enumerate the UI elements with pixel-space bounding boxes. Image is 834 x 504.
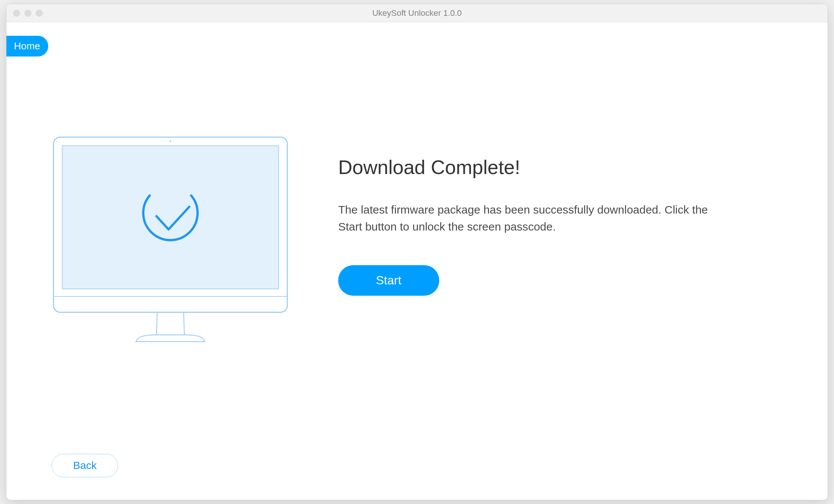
monitor-icon (52, 135, 289, 350)
page-heading: Download Complete! (338, 156, 715, 179)
svg-point-1 (170, 141, 171, 142)
main-area: Download Complete! The latest firmware p… (6, 22, 828, 351)
start-button[interactable]: Start (338, 265, 439, 296)
titlebar: UkeySoft Unlocker 1.0.0 (6, 4, 828, 22)
content-area: Home (6, 22, 828, 500)
right-content: Download Complete! The latest firmware p… (338, 135, 715, 351)
monitor-complete-illustration (52, 135, 289, 351)
home-button[interactable]: Home (6, 36, 48, 57)
window-title: UkeySoft Unlocker 1.0.0 (372, 8, 461, 18)
zoom-traffic-light[interactable] (36, 10, 43, 17)
app-window: UkeySoft Unlocker 1.0.0 Home (6, 4, 828, 500)
minimize-traffic-light[interactable] (25, 10, 31, 17)
close-traffic-light[interactable] (13, 10, 20, 17)
back-button[interactable]: Back (52, 454, 118, 477)
svg-rect-2 (62, 146, 279, 289)
traffic-lights (6, 10, 43, 17)
description-text: The latest firmware package has been suc… (338, 201, 715, 235)
